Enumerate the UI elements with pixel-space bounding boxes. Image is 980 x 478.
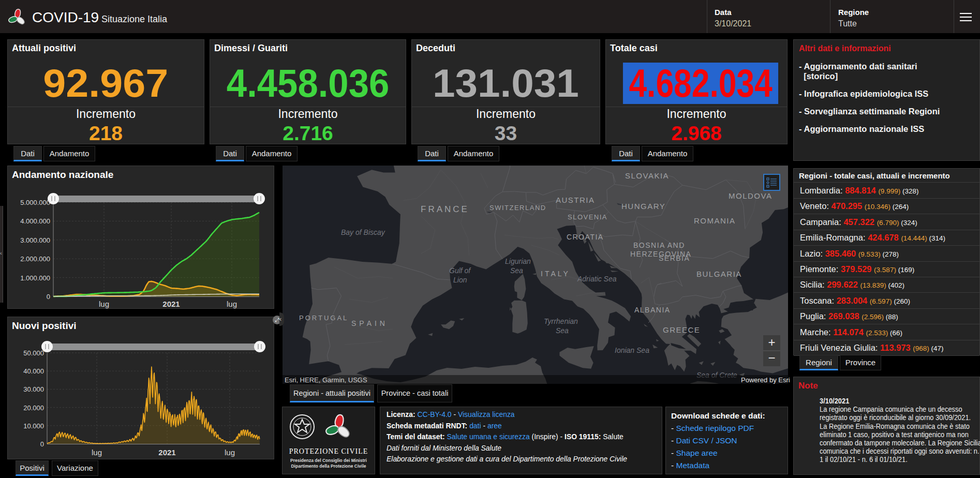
svg-text:Ligurian: Ligurian	[505, 257, 531, 265]
svg-text:CROATIA: CROATIA	[567, 233, 604, 241]
svg-text:50.000: 50.000	[23, 349, 44, 357]
svg-text:lug: lug	[92, 448, 102, 457]
svg-text:BULGARIA: BULGARIA	[696, 270, 742, 278]
svg-text:lug: lug	[99, 300, 109, 308]
svg-text:Sea: Sea	[556, 326, 569, 335]
svg-text:SLOVAKIA: SLOVAKIA	[625, 171, 669, 180]
svg-text:Gulf of: Gulf of	[449, 266, 471, 275]
svg-text:PORTUGAL: PORTUGAL	[299, 314, 348, 322]
svg-text:BOSNIA AND: BOSNIA AND	[633, 241, 685, 249]
svg-text:FRANCE: FRANCE	[421, 204, 469, 214]
svg-text:AUSTRIA: AUSTRIA	[556, 196, 595, 204]
svg-text:HUNGARY: HUNGARY	[621, 202, 665, 211]
svg-text:5.000.000: 5.000.000	[20, 199, 50, 206]
svg-text:lug: lug	[225, 448, 235, 457]
svg-text:3.000.000: 3.000.000	[20, 236, 50, 244]
svg-text:SWITZERLAND: SWITZERLAND	[489, 204, 546, 212]
svg-text:10.000: 10.000	[23, 422, 44, 430]
svg-text:1.000.000: 1.000.000	[20, 274, 50, 282]
svg-text:2021: 2021	[162, 300, 180, 308]
svg-text:30.000: 30.000	[23, 385, 44, 393]
svg-text:Lion: Lion	[453, 276, 467, 284]
svg-text:20.000: 20.000	[23, 404, 44, 412]
svg-text:0: 0	[40, 440, 44, 448]
svg-text:Sea: Sea	[510, 266, 523, 275]
svg-text:ROMANIA: ROMANIA	[694, 216, 736, 225]
svg-text:2.000.000: 2.000.000	[20, 255, 50, 263]
svg-text:40.000: 40.000	[23, 367, 44, 375]
svg-text:SERBIA: SERBIA	[659, 254, 690, 262]
svg-text:SPAIN: SPAIN	[351, 319, 388, 327]
svg-text:0: 0	[47, 293, 50, 301]
svg-text:MOLDOVA: MOLDOVA	[729, 191, 772, 200]
svg-text:4.000.000: 4.000.000	[20, 217, 50, 225]
svg-text:Bay of Biscay: Bay of Biscay	[341, 228, 385, 236]
svg-text:Adriatic Sea: Adriatic Sea	[577, 275, 617, 283]
svg-text:Tyrrhenian: Tyrrhenian	[544, 317, 578, 325]
svg-text:ITALY: ITALY	[541, 270, 570, 278]
svg-text:SLOVENIA: SLOVENIA	[568, 213, 607, 221]
svg-text:Ionian Sea: Ionian Sea	[615, 346, 649, 354]
svg-text:2021: 2021	[158, 448, 175, 457]
svg-text:ALBANIA: ALBANIA	[634, 306, 671, 314]
svg-text:lug: lug	[227, 300, 237, 308]
svg-text:GREECE: GREECE	[663, 325, 700, 334]
